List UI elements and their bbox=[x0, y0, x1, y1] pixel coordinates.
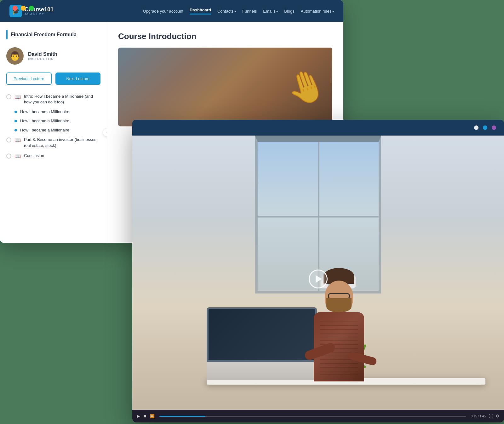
person-silhouette bbox=[311, 281, 367, 381]
front-dot-blue bbox=[483, 125, 487, 130]
video-progress-bar[interactable] bbox=[159, 416, 466, 417]
play-icon bbox=[316, 275, 322, 283]
book-icon-3: 📖 bbox=[14, 153, 21, 159]
curriculum-radio-3[interactable] bbox=[6, 154, 11, 159]
person-head bbox=[325, 281, 353, 312]
instructor-section: 👨 David Smith INSTRUCTOR bbox=[6, 47, 100, 65]
nav-contacts[interactable]: Contacts bbox=[217, 9, 236, 14]
laptop bbox=[207, 307, 317, 380]
curriculum-radio[interactable] bbox=[6, 94, 11, 99]
browser-window-front: 🌿 bbox=[132, 120, 504, 422]
curriculum-item-3[interactable]: How I became a Millionaire bbox=[6, 128, 100, 132]
prev-lecture-button[interactable]: Previous Lecture bbox=[6, 73, 52, 85]
play-button[interactable] bbox=[309, 270, 328, 288]
collapse-sidebar-button[interactable]: ‹ bbox=[103, 128, 107, 137]
front-window-header bbox=[132, 120, 504, 136]
video-time: 0:15 / 1:45 bbox=[471, 415, 486, 418]
nav-upgrade[interactable]: Upgrade your account bbox=[143, 9, 183, 14]
curriculum-item-2[interactable]: How I became a Millionaire bbox=[6, 119, 100, 123]
book-icon: 📖 bbox=[14, 94, 21, 100]
fast-forward-icon[interactable]: ⏩ bbox=[150, 414, 155, 418]
curriculum-list: 📖 Intro: How I became a Millionaire (and… bbox=[6, 94, 100, 159]
sidebar-title-wrapper: Financial Freedom Formula bbox=[6, 30, 100, 39]
curriculum-section-text-2: Part 3: Become an investor (businesses, … bbox=[24, 137, 100, 148]
person-beard bbox=[326, 298, 352, 312]
avatar: 👨 bbox=[6, 47, 24, 65]
curriculum-section-conclusion: 📖 Conclusion bbox=[6, 153, 100, 159]
video-scene: 🌿 bbox=[132, 136, 504, 422]
close-dot[interactable] bbox=[13, 6, 18, 11]
video-controls-bar: ▶ ⏹ ⏩ 0:15 / 1:45 ⛶ ⚙ bbox=[132, 410, 504, 422]
course-title: Course Introduction bbox=[118, 32, 332, 41]
curriculum-item-text-2: How I became a Millionaire bbox=[20, 119, 69, 123]
minimize-dot[interactable] bbox=[21, 6, 26, 11]
bullet-icon bbox=[14, 129, 17, 131]
fullscreen-icon[interactable]: ⛶ bbox=[489, 414, 493, 418]
front-dot-white bbox=[474, 125, 478, 130]
nav-funnels[interactable]: Funnels bbox=[242, 9, 257, 14]
laptop-base bbox=[207, 362, 317, 380]
video-player: 🌿 bbox=[132, 136, 504, 422]
settings-icon[interactable]: ⚙ bbox=[496, 414, 499, 418]
curriculum-section-text-3: Conclusion bbox=[24, 153, 44, 159]
mac-window-controls bbox=[13, 6, 34, 11]
maximize-dot[interactable] bbox=[29, 6, 34, 11]
bullet-icon bbox=[14, 111, 17, 113]
brand-sub: ACADEMY bbox=[25, 12, 54, 16]
sidebar-accent bbox=[6, 30, 8, 39]
nav-dashboard[interactable]: Dashboard bbox=[190, 8, 211, 15]
curriculum-item-text-1: How I became a Millionaire bbox=[20, 109, 69, 114]
curriculum-item-text-3: How I became a Millionaire bbox=[20, 128, 69, 132]
course-hero-image: 🤚 bbox=[118, 48, 332, 126]
nav-blogs[interactable]: Blogs bbox=[284, 9, 295, 14]
next-lecture-button[interactable]: Next Lecture bbox=[55, 73, 101, 85]
curriculum-section-part3: 📖 Part 3: Become an investor (businesses… bbox=[6, 137, 100, 148]
nav-emails[interactable]: Emails bbox=[263, 9, 278, 14]
bullet-icon bbox=[14, 120, 17, 122]
navbar-links: Upgrade your account Dashboard Contacts … bbox=[143, 8, 334, 15]
video-container: 🌿 bbox=[132, 136, 504, 422]
nav-automation[interactable]: Automation rules bbox=[301, 9, 334, 14]
navbar: 🎓 Course101 ACADEMY Upgrade your account… bbox=[0, 0, 343, 22]
curriculum-section-text: Intro: How I became a Millionaire (and h… bbox=[24, 94, 100, 105]
stop-control-icon[interactable]: ⏹ bbox=[143, 414, 147, 418]
curriculum-item-1[interactable]: How I became a Millionaire bbox=[6, 109, 100, 114]
curriculum-radio-2[interactable] bbox=[6, 137, 11, 142]
instructor-role: INSTRUCTOR bbox=[28, 57, 57, 61]
hero-visual: 🤚 bbox=[118, 48, 332, 126]
sidebar: Financial Freedom Formula 👨 David Smith … bbox=[0, 22, 107, 243]
book-icon-2: 📖 bbox=[14, 137, 21, 143]
progress-fill bbox=[159, 416, 205, 417]
front-dot-purple bbox=[492, 125, 496, 130]
lecture-buttons: Previous Lecture Next Lecture bbox=[6, 73, 100, 85]
instructor-info: David Smith INSTRUCTOR bbox=[28, 51, 57, 61]
play-control-icon[interactable]: ▶ bbox=[137, 414, 140, 418]
sidebar-title: Financial Freedom Formula bbox=[11, 32, 77, 38]
instructor-name: David Smith bbox=[28, 51, 57, 57]
laptop-screen bbox=[207, 307, 317, 362]
curriculum-section-intro: 📖 Intro: How I became a Millionaire (and… bbox=[6, 94, 100, 105]
